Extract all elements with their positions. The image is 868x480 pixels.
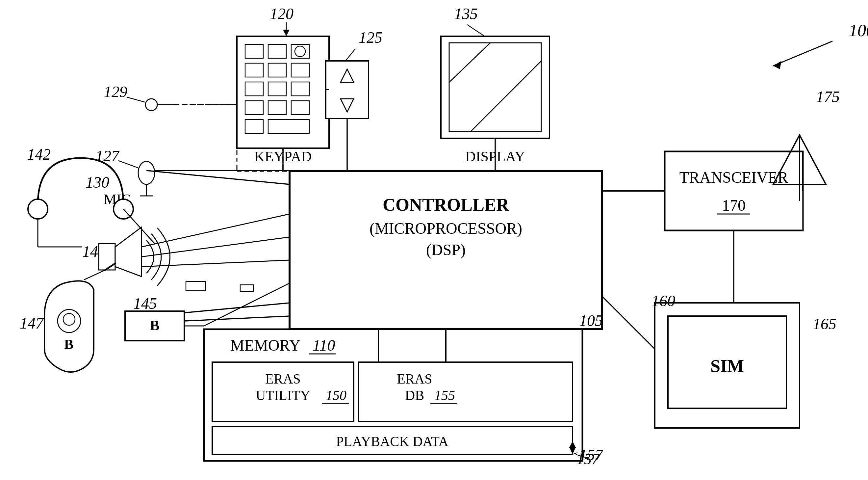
svg-rect-7 xyxy=(245,44,263,58)
svg-text:135: 135 xyxy=(454,5,478,22)
eras-utility-label2: UTILITY xyxy=(256,388,310,403)
svg-point-62 xyxy=(146,99,157,111)
svg-rect-16 xyxy=(291,82,309,96)
svg-rect-19 xyxy=(291,101,309,115)
svg-rect-14 xyxy=(245,82,263,96)
diagram-container: 100 120 KEYPAD 125 135 DISPLAY xyxy=(0,0,868,480)
svg-text:147: 147 xyxy=(20,314,44,332)
svg-text:120: 120 xyxy=(270,5,293,22)
controller-label1: CONTROLLER xyxy=(383,195,509,215)
transceiver-label1: TRANSCEIVER xyxy=(679,169,788,186)
svg-rect-11 xyxy=(245,63,263,77)
battery-label: B xyxy=(150,318,159,333)
eras-db-label2: DB xyxy=(405,388,424,403)
controller-label2: (MICROPROCESSOR) xyxy=(370,219,522,237)
svg-rect-30 xyxy=(449,43,541,132)
svg-point-78 xyxy=(28,199,48,219)
svg-text:157: 157 xyxy=(577,451,600,468)
ref-100: 100 xyxy=(849,21,868,40)
svg-rect-20 xyxy=(245,120,263,133)
memory-label: MEMORY xyxy=(230,336,301,354)
svg-rect-98 xyxy=(186,281,206,291)
svg-rect-8 xyxy=(268,44,286,58)
svg-rect-52 xyxy=(359,362,572,421)
svg-text:175: 175 xyxy=(816,88,840,106)
svg-text:110: 110 xyxy=(313,336,335,354)
transceiver-label2: 170 xyxy=(722,197,746,214)
svg-text:165: 165 xyxy=(813,315,836,332)
svg-text:B: B xyxy=(64,337,73,352)
svg-text:105: 105 xyxy=(579,312,603,329)
svg-text:160: 160 xyxy=(651,292,675,309)
svg-text:125: 125 xyxy=(359,29,382,46)
svg-text:127: 127 xyxy=(95,147,120,164)
svg-rect-116 xyxy=(240,285,253,291)
svg-rect-13 xyxy=(291,63,309,77)
svg-rect-18 xyxy=(268,101,286,115)
svg-rect-17 xyxy=(245,101,263,115)
controller-label3: (DSP) xyxy=(426,241,466,259)
svg-point-70 xyxy=(138,161,155,184)
svg-point-10 xyxy=(295,46,305,57)
playback-label: PLAYBACK DATA xyxy=(336,434,448,449)
eras-db-label1: ERAS xyxy=(397,371,432,387)
eras-utility-label1: ERAS xyxy=(265,371,301,387)
svg-point-84 xyxy=(63,313,75,325)
svg-text:142: 142 xyxy=(27,146,51,163)
svg-rect-21 xyxy=(268,120,309,133)
svg-text:150: 150 xyxy=(326,388,346,403)
svg-text:130: 130 xyxy=(86,174,109,191)
svg-rect-35 xyxy=(665,151,803,231)
svg-text:155: 155 xyxy=(434,388,455,403)
svg-rect-15 xyxy=(268,82,286,96)
sim-label: SIM xyxy=(710,356,744,376)
svg-text:145: 145 xyxy=(133,295,157,312)
svg-rect-12 xyxy=(268,63,286,77)
svg-text:129: 129 xyxy=(104,83,127,100)
